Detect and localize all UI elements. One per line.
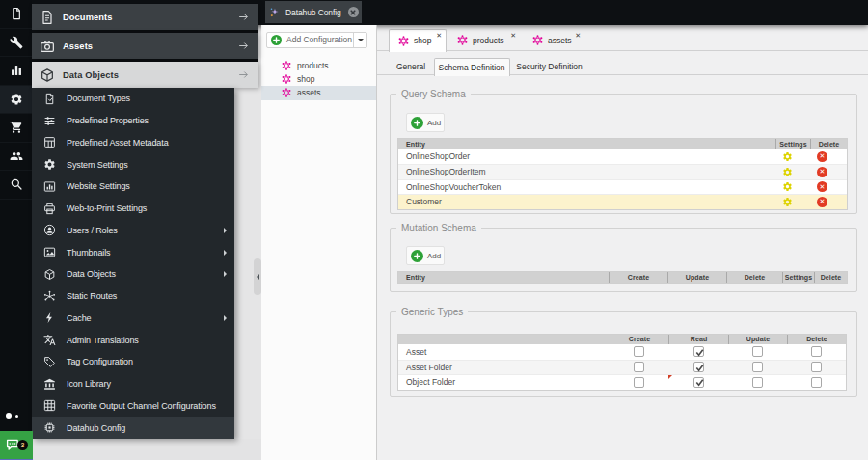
menu-item-tag-configuration[interactable]: Tag Configuration <box>32 351 234 373</box>
query-schema-grid: EntitySettingsDeleteOnlineShopOrder✕Onli… <box>397 138 848 210</box>
menu-item-document-types[interactable]: Document Types <box>32 88 234 110</box>
chat-button[interactable]: 3 <box>0 431 33 459</box>
config-tab-assets[interactable]: assets✕ <box>524 30 584 51</box>
tab-close-icon[interactable]: ✕ <box>575 32 581 39</box>
menu-item-label: Cache <box>67 313 224 323</box>
tree-item-label: assets <box>297 88 321 97</box>
subtab-schema-definition[interactable]: Schema Definition <box>434 58 510 76</box>
menu-item-label: Website Settings <box>67 181 230 191</box>
query-row-OnlineShopOrder[interactable]: OnlineShopOrder✕ <box>398 149 847 165</box>
tree-item-label: products <box>297 61 329 70</box>
menu-item-admin-translations[interactable]: Admin Translations <box>32 329 234 351</box>
read-checkbox-checked[interactable] <box>693 362 704 372</box>
printer-icon <box>43 203 56 215</box>
delete-icon[interactable]: ✕ <box>817 181 827 192</box>
collapse-left-icon <box>257 274 259 280</box>
menu-item-predefined-properties[interactable]: Predefined Properties <box>32 110 234 132</box>
type-label-cell: Asset Folder <box>398 361 610 375</box>
status-dot-small <box>15 415 18 418</box>
settings-gear-icon[interactable] <box>782 181 793 192</box>
update-checkbox-unchecked[interactable] <box>752 346 763 357</box>
sidebar-gear-button[interactable] <box>0 86 32 115</box>
generic-row-asset-folder[interactable]: Asset Folder <box>398 360 846 375</box>
add-configuration-button[interactable]: Add Configuration <box>266 32 367 49</box>
configuration-tree: productsshopassets <box>261 59 376 100</box>
subtab-general[interactable]: General <box>390 58 432 75</box>
arrow-right-icon <box>237 40 250 52</box>
menu-item-data-objects[interactable]: Data Objects <box>32 263 234 285</box>
menu-item-datahub-config[interactable]: Datahub Config <box>32 417 234 439</box>
generic-row-asset[interactable]: Asset <box>398 344 846 360</box>
delete-checkbox-unchecked[interactable] <box>811 346 822 357</box>
close-icon[interactable] <box>348 7 359 17</box>
create-checkbox-unchecked[interactable] <box>634 377 644 388</box>
section-label: Documents <box>63 13 237 22</box>
read-checkbox-checked[interactable] <box>693 377 704 388</box>
mutation-grid-header: EntityCreateUpdateDeleteSettingsDelete <box>398 272 847 283</box>
menu-item-web-to-print-settings[interactable]: Web-to-Print Settings <box>32 198 234 220</box>
create-checkbox-unchecked[interactable] <box>634 346 644 357</box>
settings-gear-icon[interactable] <box>782 197 793 207</box>
graphql-icon <box>282 74 291 84</box>
section-documents[interactable]: Documents <box>32 4 258 30</box>
settings-gear-icon[interactable] <box>782 167 793 177</box>
gear-icon <box>10 93 23 106</box>
query-row-OnlineShopVoucherToken[interactable]: OnlineShopVoucherToken✕ <box>398 179 847 195</box>
datahub-config-window-tab[interactable]: Datahub Config <box>265 1 362 23</box>
icon-cells <box>0 0 32 200</box>
delete-checkbox-unchecked[interactable] <box>811 377 822 388</box>
delete-checkbox-unchecked[interactable] <box>811 362 822 372</box>
menu-item-predefined-asset-metadata[interactable]: Predefined Asset Metadata <box>32 132 234 154</box>
delete-icon[interactable]: ✕ <box>817 151 827 162</box>
read-checkbox-checked[interactable] <box>693 346 704 357</box>
window-tab-label: Datahub Config <box>285 8 341 17</box>
menu-item-users-roles[interactable]: Users / Roles <box>32 220 234 242</box>
sidebar-bar-chart-button[interactable] <box>0 57 32 86</box>
mutation-add-button[interactable]: Add <box>406 246 445 265</box>
tree-item-shop[interactable]: shop <box>261 72 376 86</box>
menu-item-static-routes[interactable]: Static Routes <box>32 285 234 308</box>
tree-item-products[interactable]: products <box>261 59 376 72</box>
chat-badge: 3 <box>17 440 28 450</box>
menu-item-thumbnails[interactable]: Thumbnails <box>32 241 234 263</box>
menu-item-favorite-output-channel-configurations[interactable]: Favorite Output Channel Configurations <box>32 395 234 418</box>
config-tab-products[interactable]: products✕ <box>448 30 520 51</box>
menu-item-system-settings[interactable]: System Settings <box>32 153 234 176</box>
sidebar-wrench-button[interactable] <box>0 29 32 58</box>
update-checkbox-unchecked[interactable] <box>752 377 763 388</box>
tab-close-icon[interactable]: ✕ <box>436 32 442 39</box>
query-row-OnlineShopOrderItem[interactable]: OnlineShopOrderItem✕ <box>398 164 847 179</box>
sidebar-cart-button[interactable] <box>0 114 32 143</box>
generic-types-legend: Generic Types <box>396 307 468 318</box>
menu-item-icon-library[interactable]: Icon Library <box>32 373 234 395</box>
mutation-schema-fieldset: Mutation Schema Add EntityCreateUpdateDe… <box>390 228 857 292</box>
sidebar-users-button[interactable] <box>0 143 32 172</box>
section-data-objects[interactable]: Data Objects <box>32 62 258 88</box>
users-icon <box>10 149 23 163</box>
lightning-icon <box>43 311 56 324</box>
dirty-cell-marker <box>668 375 672 379</box>
sidebar-search-button[interactable] <box>0 171 32 200</box>
delete-icon[interactable]: ✕ <box>817 167 827 177</box>
sidebar-file-button[interactable] <box>0 0 32 29</box>
add-configuration-label: Add Configuration <box>286 35 352 44</box>
panel-collapse-handle[interactable] <box>254 258 261 295</box>
settings-menu: Document TypesPredefined PropertiesPrede… <box>32 88 234 439</box>
add-configuration-dropdown[interactable] <box>353 33 366 48</box>
generic-row-object-folder[interactable]: Object Folder <box>398 374 846 390</box>
type-label-cell: Asset <box>398 344 610 360</box>
menu-item-website-settings[interactable]: Website Settings <box>32 176 234 198</box>
submenu-arrow-icon <box>224 250 227 256</box>
tree-item-assets[interactable]: assets <box>261 86 376 99</box>
config-tab-shop[interactable]: shop✕ <box>389 29 447 52</box>
menu-item-cache[interactable]: Cache <box>32 308 234 330</box>
delete-icon[interactable]: ✕ <box>817 197 827 207</box>
query-row-Customer[interactable]: Customer✕ <box>398 194 847 209</box>
update-checkbox-unchecked[interactable] <box>752 362 763 372</box>
subtab-security-definition[interactable]: Security Definition <box>510 58 589 75</box>
section-assets[interactable]: Assets <box>32 33 258 59</box>
query-add-button[interactable]: Add <box>406 113 445 132</box>
create-checkbox-unchecked[interactable] <box>634 362 644 372</box>
tab-close-icon[interactable]: ✕ <box>510 32 516 39</box>
settings-gear-icon[interactable] <box>782 151 793 162</box>
